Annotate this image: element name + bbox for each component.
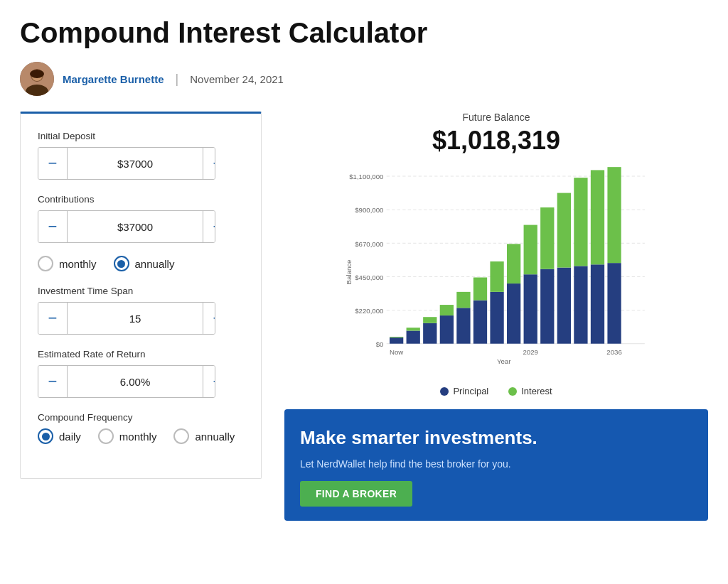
svg-rect-33 [507,244,520,283]
svg-rect-25 [440,305,454,315]
frequency-annually-dot [117,260,125,268]
chart-legend: Principal Interest [284,386,708,396]
initial-deposit-input[interactable] [67,148,203,179]
frequency-monthly-option[interactable]: monthly [38,256,97,271]
future-balance-label: Future Balance [284,112,708,123]
frequency-monthly-label: monthly [59,258,97,270]
contributions-plus[interactable]: + [203,211,215,242]
results-panel: Future Balance $1,018,319 $1,100,000 $90… [284,112,708,521]
svg-rect-28 [473,301,487,344]
author-date: November 24, 2021 [190,73,284,85]
rate-minus[interactable]: − [38,366,67,397]
contributions-section: Contributions − + monthly annually [38,194,244,271]
timespan-plus[interactable]: + [203,303,215,334]
principal-dot [440,387,449,396]
svg-rect-42 [591,264,604,343]
timespan-minus[interactable]: − [38,303,67,334]
svg-rect-20 [407,331,420,344]
compound-annually-option[interactable]: annually [173,428,235,444]
bar-chart: $1,100,000 $900,000 $670,000 $450,000 $2… [284,166,708,379]
initial-deposit-minus[interactable]: − [38,148,67,179]
promo-button[interactable]: FIND A BROKER [300,481,412,507]
svg-rect-27 [456,292,470,308]
svg-rect-21 [407,328,420,330]
rate-row: − + [38,365,215,398]
compound-label: Compound Frequency [38,412,244,423]
frequency-annually-option[interactable]: annually [114,256,175,271]
svg-text:$450,000: $450,000 [355,274,383,281]
rate-section: Estimated Rate of Return − + [38,349,244,398]
svg-rect-38 [557,268,571,344]
main-layout: Initial Deposit − + Contributions − + mo… [20,112,708,521]
frequency-radio-group: monthly annually [38,256,244,271]
svg-rect-30 [490,292,503,344]
author-name: Margarette Burnette [63,73,164,85]
initial-deposit-label: Initial Deposit [38,131,244,141]
svg-rect-24 [440,315,454,344]
compound-monthly-circle [98,428,114,444]
compound-section: Compound Frequency daily monthly annuall… [38,412,244,444]
svg-rect-18 [390,337,403,344]
svg-text:$220,000: $220,000 [355,307,383,315]
timespan-input[interactable] [67,303,203,334]
svg-text:Now: Now [390,348,403,356]
svg-rect-22 [423,323,437,344]
future-balance-value: $1,018,319 [284,126,708,156]
avatar [20,62,54,96]
page-title: Compound Interest Calculator [20,17,708,49]
frequency-annually-circle [114,256,129,271]
svg-rect-19 [390,337,403,337]
promo-description: Let NerdWallet help find the best broker… [300,458,692,470]
principal-legend-label: Principal [453,386,488,396]
legend-interest: Interest [508,386,552,396]
timespan-section: Investment Time Span − + [38,286,244,335]
svg-rect-29 [473,278,487,301]
rate-plus[interactable]: + [203,366,215,397]
author-divider: | [176,72,179,87]
interest-legend-label: Interest [521,386,552,396]
promo-box: Make smarter investments. Let NerdWallet… [284,409,708,521]
frequency-annually-label: annually [135,258,175,270]
calculator-panel: Initial Deposit − + Contributions − + mo… [20,112,262,479]
compound-daily-circle [38,428,53,444]
compound-monthly-label: monthly [119,431,157,443]
svg-rect-37 [540,207,554,269]
timespan-row: − + [38,302,215,335]
svg-text:$0: $0 [376,340,384,348]
svg-rect-41 [574,178,587,266]
interest-dot [508,387,517,396]
svg-rect-40 [574,266,587,343]
svg-text:2036: 2036 [606,348,621,356]
svg-rect-36 [540,269,554,344]
initial-deposit-plus[interactable]: + [203,148,215,179]
svg-rect-35 [524,225,537,275]
svg-rect-26 [456,308,470,343]
compound-annually-circle [173,428,189,444]
contributions-row: − + [38,210,215,243]
svg-rect-43 [591,170,604,264]
compound-daily-label: daily [59,431,81,443]
compound-daily-dot [42,433,50,440]
initial-deposit-row: − + [38,147,215,180]
rate-label: Estimated Rate of Return [38,349,244,359]
svg-text:$670,000: $670,000 [355,240,383,248]
compound-monthly-option[interactable]: monthly [98,428,157,444]
contributions-minus[interactable]: − [38,211,67,242]
svg-rect-32 [507,283,520,344]
timespan-label: Investment Time Span [38,286,244,296]
svg-rect-39 [557,193,571,268]
svg-rect-23 [423,317,437,323]
compound-daily-option[interactable]: daily [38,428,81,444]
svg-rect-31 [490,261,503,292]
svg-text:Year: Year [497,357,511,365]
svg-rect-34 [524,274,537,344]
contributions-label: Contributions [38,194,244,205]
chart-container: $1,100,000 $900,000 $670,000 $450,000 $2… [284,166,708,379]
rate-input[interactable] [67,366,203,397]
svg-rect-45 [607,167,621,263]
svg-text:$1,100,000: $1,100,000 [349,173,383,180]
contributions-input[interactable] [67,211,203,242]
compound-annually-label: annually [195,431,235,443]
svg-text:$900,000: $900,000 [355,206,383,214]
svg-text:Balance: Balance [345,260,353,285]
